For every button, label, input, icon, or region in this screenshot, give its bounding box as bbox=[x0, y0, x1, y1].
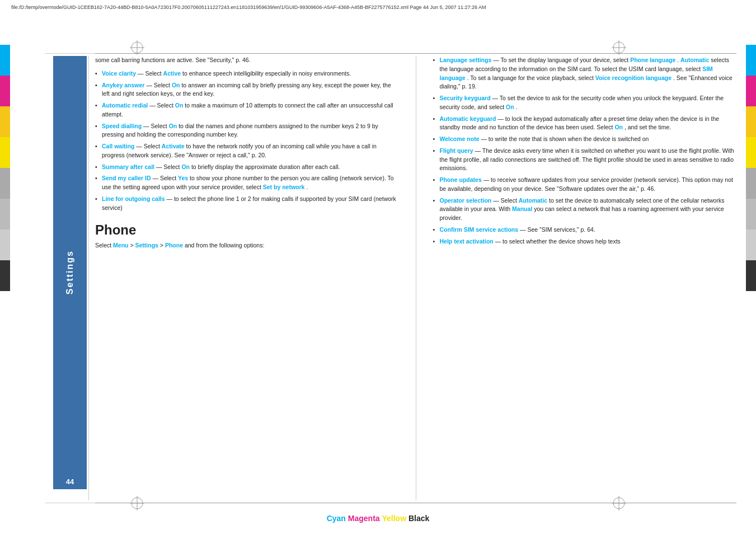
intro-text: some call barring functions are active. … bbox=[95, 56, 399, 65]
sim-service-actions-text: — See "SIM services," p. 64. bbox=[520, 226, 595, 233]
speed-dialling-key: Speed dialling bbox=[102, 123, 142, 129]
list-item-send-caller-id: Send my caller ID — Select Yes to show y… bbox=[95, 174, 399, 192]
color-tab-right-yellow2 bbox=[746, 106, 756, 137]
call-waiting-key2: Activate bbox=[162, 143, 185, 149]
color-tab-right-gray1 bbox=[746, 168, 756, 199]
summary-after-call-key2: On bbox=[181, 163, 190, 170]
flight-query-key: Flight query bbox=[440, 147, 473, 154]
cmyk-yellow: Yellow bbox=[382, 514, 406, 523]
welcome-note-text: — to write the note that is shown when t… bbox=[481, 135, 649, 142]
language-settings-key2: Phone language bbox=[630, 57, 675, 63]
list-item-line-outgoing: Line for outgoing calls — to select the … bbox=[95, 195, 399, 213]
security-keyguard-text2: . bbox=[516, 104, 518, 110]
voice-clarity-key: Voice clarity bbox=[102, 70, 136, 77]
color-tab-right-gray3 bbox=[746, 229, 756, 260]
operator-selection-key3: Manual bbox=[512, 205, 532, 212]
list-item-operator-selection: Operator selection — Select Automatic to… bbox=[433, 196, 737, 223]
cmyk-bar: Cyan Magenta Yellow Black bbox=[0, 514, 756, 523]
anykey-answer-text1: — Select bbox=[146, 82, 172, 88]
color-tab-left-black bbox=[0, 260, 10, 291]
list-item-phone-updates: Phone updates — to receive software upda… bbox=[433, 176, 737, 194]
security-keyguard-key: Security keyguard bbox=[440, 95, 491, 101]
left-column: some call barring functions are active. … bbox=[95, 56, 399, 500]
send-caller-id-key2: Yes bbox=[178, 175, 188, 181]
hline-bottom2 bbox=[95, 503, 736, 503]
summary-after-call-key: Summary after call bbox=[102, 163, 154, 170]
color-tabs-left bbox=[0, 45, 10, 291]
language-settings-key5: Voice recognition language bbox=[595, 74, 672, 81]
welcome-note-key: Welcome note bbox=[440, 135, 480, 142]
phone-arrow2: > bbox=[160, 242, 165, 249]
speed-dialling-text1: — Select bbox=[143, 123, 169, 129]
list-item-call-waiting: Call waiting — Select Activate to have t… bbox=[95, 142, 399, 160]
line-outgoing-key: Line for outgoing calls bbox=[102, 195, 165, 202]
voice-clarity-text1: — Select bbox=[138, 70, 163, 77]
color-tab-right-black bbox=[746, 260, 756, 291]
cmyk-cyan: Cyan bbox=[327, 514, 346, 523]
content-area: some call barring functions are active. … bbox=[95, 56, 736, 500]
anykey-answer-text2: to answer an incoming call by briefly pr… bbox=[102, 82, 391, 97]
column-separator bbox=[416, 56, 416, 500]
language-settings-text1: — To set the display language of your de… bbox=[493, 57, 630, 63]
settings-label: Settings bbox=[65, 250, 75, 294]
color-tabs-right bbox=[746, 45, 756, 291]
list-item-speed-dialling: Speed dialling — Select On to dial the n… bbox=[95, 122, 399, 140]
flight-query-text: — The device asks every time when it is … bbox=[440, 147, 734, 172]
operator-selection-key2: Automatic bbox=[519, 197, 547, 204]
cmyk-magenta: Magenta bbox=[348, 514, 380, 523]
phone-heading: Phone bbox=[95, 222, 399, 238]
help-text-text: — to select whether the device shows hel… bbox=[495, 238, 621, 245]
filepath-text: file:/D:/temp/overmode/GUID-1CEEB162-7A2… bbox=[11, 4, 486, 10]
summary-after-call-text1: — Select bbox=[156, 163, 182, 170]
list-item-automatic-keyguard: Automatic keyguard — to lock the keypad … bbox=[433, 115, 737, 133]
anykey-answer-key2: On bbox=[172, 82, 180, 88]
send-caller-id-text3: . bbox=[306, 184, 308, 190]
operator-selection-text1: — Select bbox=[493, 197, 519, 204]
vsep bbox=[88, 56, 89, 500]
phone-menu-label: Menu bbox=[113, 242, 128, 249]
color-tab-left-yellow bbox=[0, 137, 10, 168]
phone-settings-label: Settings bbox=[135, 242, 158, 249]
language-settings-key: Language settings bbox=[440, 57, 492, 63]
list-item-anykey-answer: Anykey answer — Select On to answer an i… bbox=[95, 81, 399, 99]
color-tab-left-magenta bbox=[0, 76, 10, 106]
automatic-redial-text1: — Select bbox=[149, 102, 175, 109]
page-number-box: 44 bbox=[53, 474, 87, 489]
automatic-keyguard-key2: On bbox=[614, 124, 623, 130]
list-item-summary-after-call: Summary after call — Select On to briefl… bbox=[95, 163, 399, 172]
voice-clarity-text2: to enhance speech intelligibility especi… bbox=[182, 70, 351, 77]
summary-after-call-text2: to briefly display the approximate durat… bbox=[191, 163, 340, 170]
list-item-automatic-redial: Automatic redial — Select On to make a m… bbox=[95, 101, 399, 119]
color-tab-right-yellow bbox=[746, 137, 756, 168]
voice-clarity-key2: Active bbox=[163, 70, 181, 77]
color-tab-left-gray2 bbox=[0, 199, 10, 229]
right-column: Language settings — To set the display l… bbox=[433, 56, 737, 500]
call-waiting-text1: — Select bbox=[136, 143, 162, 149]
list-item-flight-query: Flight query — The device asks every tim… bbox=[433, 147, 737, 173]
phone-phone-label: Phone bbox=[165, 242, 183, 249]
phone-subtext-select: Select bbox=[95, 242, 113, 249]
send-caller-id-key3: Set by network bbox=[263, 184, 305, 190]
list-item-sim-service-actions: Confirm SIM service actions — See "SIM s… bbox=[433, 226, 737, 235]
list-item-security-keyguard: Security keyguard — To set the device to… bbox=[433, 94, 737, 112]
color-tab-right-gray2 bbox=[746, 199, 756, 229]
security-keyguard-key2: On bbox=[506, 104, 514, 110]
color-tab-left-gray3 bbox=[0, 229, 10, 260]
phone-section: Phone Select Menu > Settings > Phone and… bbox=[95, 222, 399, 250]
settings-sidebar: Settings bbox=[53, 56, 87, 489]
phone-arrow1: > bbox=[130, 242, 135, 249]
hline-top2 bbox=[95, 53, 736, 54]
phone-subtext: Select Menu > Settings > Phone and from … bbox=[95, 241, 399, 250]
sim-service-actions-key: Confirm SIM service actions bbox=[440, 226, 519, 233]
phone-rest-text: and from the following options: bbox=[185, 242, 264, 249]
automatic-redial-key2: On bbox=[175, 102, 184, 109]
list-item-welcome-note: Welcome note — to write the note that is… bbox=[433, 135, 737, 144]
left-bullet-list: Voice clarity — Select Active to enhance… bbox=[95, 69, 399, 213]
operator-selection-key: Operator selection bbox=[440, 197, 492, 204]
language-settings-key3: Automatic bbox=[680, 57, 709, 63]
help-text-key: Help text activation bbox=[440, 238, 494, 245]
page-number: 44 bbox=[66, 477, 74, 486]
list-item-voice-clarity: Voice clarity — Select Active to enhance… bbox=[95, 69, 399, 78]
list-item-language-settings: Language settings — To set the display l… bbox=[433, 56, 737, 91]
send-caller-id-key: Send my caller ID bbox=[102, 175, 151, 181]
